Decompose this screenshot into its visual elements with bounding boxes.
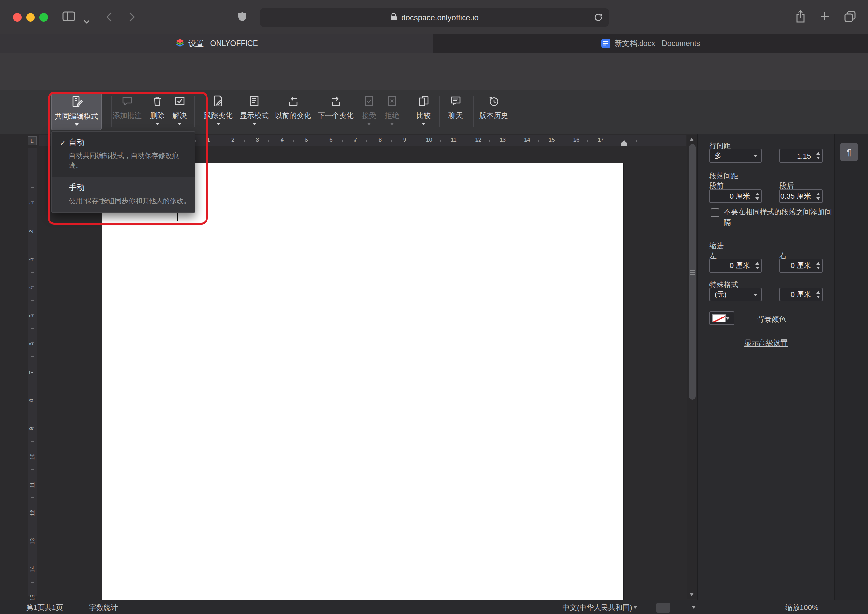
chat-button[interactable]: 聊天 — [449, 92, 463, 130]
spacing-after-input[interactable]: 0.35 厘米 — [779, 189, 823, 203]
browser-tab-document[interactable]: 新文档.docx - Documents — [433, 34, 868, 53]
background-color-picker[interactable] — [710, 311, 734, 325]
add-comment-button[interactable]: 添加批注 — [113, 92, 141, 130]
toolbar-separator — [408, 96, 408, 127]
version-history-button[interactable]: 版本历史 — [479, 92, 508, 130]
chevron-down-icon — [753, 154, 757, 157]
chat-icon — [449, 95, 462, 110]
spacing-before-input[interactable]: 0 厘米 — [710, 189, 762, 203]
resolve-icon — [173, 95, 186, 110]
status-bar: 第1页共1页 字数统计 中文(中华人民共和国) 缩放100% — [0, 600, 868, 614]
ruler-number: 2 — [28, 229, 34, 233]
track-changes-icon — [212, 95, 225, 110]
coediting-mode-button[interactable]: 共同编辑模式 — [51, 92, 102, 130]
paragraph-spacing-label: 段落间距 — [710, 171, 738, 181]
ruler-number: 12 — [475, 136, 481, 143]
previous-change-button[interactable]: 以前的变化 — [275, 92, 311, 130]
indent-left-input[interactable]: 0 厘米 — [710, 259, 762, 273]
stepper[interactable] — [814, 149, 822, 162]
indents-label: 缩进 — [710, 241, 724, 251]
refresh-icon[interactable] — [594, 13, 602, 23]
same-style-checkbox[interactable] — [711, 208, 719, 217]
version-history-icon — [487, 95, 500, 110]
privacy-shield-icon[interactable] — [237, 11, 247, 25]
stepper[interactable] — [753, 190, 761, 203]
close-window-button[interactable] — [13, 13, 21, 21]
accept-button[interactable]: 接受 — [362, 92, 376, 130]
special-format-select[interactable]: (无) — [710, 288, 762, 301]
stepper[interactable] — [814, 259, 822, 272]
dropdown-item-manual[interactable]: 手动 使用“保存”按钮同步你和其他人的修改。 — [52, 177, 195, 212]
display-mode-button[interactable]: 显示模式 — [240, 92, 269, 130]
line-spacing-select[interactable]: 多 — [710, 149, 762, 163]
browser-tab-settings[interactable]: 设置 - ONLYOFFICE — [0, 34, 433, 53]
same-style-checkbox-label[interactable]: 不要在相同样式的段落之间添加间隔 — [724, 206, 832, 227]
chevron-down-icon[interactable] — [692, 606, 696, 609]
share-icon[interactable] — [795, 10, 806, 26]
sidebar-icon[interactable] — [62, 11, 75, 24]
word-count-button[interactable]: 字数统计 — [89, 603, 118, 613]
ruler-number: 15 — [549, 136, 555, 143]
chevron-down-icon — [75, 123, 78, 126]
minimize-window-button[interactable] — [26, 13, 34, 21]
scroll-down-arrow[interactable] — [690, 593, 694, 596]
toolbar-separator — [112, 96, 112, 127]
advanced-settings-link[interactable]: 显示高级设置 — [697, 338, 835, 348]
language-selector[interactable]: 中文(中华人民共和国) — [562, 603, 632, 613]
ruler-number: 10 — [29, 454, 36, 460]
stepper[interactable] — [753, 259, 761, 272]
chevron-down-icon — [155, 122, 159, 125]
special-format-input[interactable]: 0 厘米 — [779, 288, 823, 301]
new-tab-icon[interactable] — [820, 12, 829, 23]
ruler-number: 2 — [231, 136, 234, 143]
delete-comments-button[interactable]: 删除 — [150, 92, 165, 130]
paragraph-settings-icon[interactable] — [840, 143, 857, 161]
zoom-label[interactable]: 缩放100% — [786, 603, 818, 613]
onlyoffice-favicon — [175, 38, 185, 49]
dropdown-item-auto[interactable]: 自动 自动共同编辑模式，自动保存修改痕迹。 — [52, 132, 195, 177]
tab-overview-icon[interactable] — [845, 11, 856, 24]
accept-icon — [363, 95, 376, 110]
next-change-button[interactable]: 下一个变化 — [318, 92, 354, 130]
tab-stop-selector[interactable]: L — [28, 136, 37, 146]
ruler-number: 9 — [28, 427, 34, 430]
toolbar-separator — [439, 96, 440, 127]
ruler-number: 14 — [524, 136, 530, 143]
indent-right-input[interactable]: 0 厘米 — [779, 259, 823, 273]
scroll-up-arrow[interactable] — [690, 138, 694, 141]
coedit-mode-icon — [70, 95, 83, 111]
paragraph-settings-panel: 行间距 多 1.15 段落间距 段前 段后 0 厘米 0.35 厘米 不要在相同… — [697, 134, 834, 600]
document-page[interactable] — [102, 163, 623, 600]
ruler-number: 17 — [598, 136, 604, 143]
ruler-number: 1 — [28, 202, 34, 205]
vertical-scrollbar[interactable] — [687, 135, 697, 599]
coediting-mode-dropdown: 自动 自动共同编辑模式，自动保存修改痕迹。 手动 使用“保存”按钮同步你和其他人… — [51, 131, 196, 213]
ruler-number: 14 — [29, 566, 36, 573]
stepper[interactable] — [814, 190, 822, 203]
spellcheck-toggle[interactable] — [656, 603, 670, 613]
ruler-number: 6 — [329, 136, 332, 143]
chevron-down-icon — [178, 122, 182, 125]
stepper[interactable] — [814, 288, 822, 301]
chevron-down-icon[interactable] — [83, 15, 90, 27]
page-indicator[interactable]: 第1页共1页 — [26, 603, 63, 613]
address-bar[interactable]: docspace.onlyoffice.io — [259, 8, 609, 27]
ruler-number: 15 — [29, 595, 36, 600]
ruler-number: 4 — [28, 286, 34, 289]
chevron-down-icon — [252, 122, 256, 125]
next-change-icon — [329, 95, 342, 110]
reject-button[interactable]: 拒绝 — [385, 92, 399, 130]
chevron-down-icon[interactable] — [633, 606, 637, 609]
ruler-number: 10 — [426, 136, 432, 143]
zoom-window-button[interactable] — [39, 13, 48, 21]
track-changes-button[interactable]: 跟踪变化 — [204, 92, 233, 130]
browser-tab-bar: 设置 - ONLYOFFICE 新文档.docx - Documents — [0, 34, 868, 53]
line-spacing-input[interactable]: 1.15 — [779, 149, 823, 163]
forward-button[interactable] — [129, 12, 137, 25]
vertical-ruler[interactable]: 123456789101112131415 — [28, 148, 37, 596]
scrollbar-thumb[interactable] — [689, 144, 695, 400]
compare-button[interactable]: 比较 — [416, 92, 431, 130]
back-button[interactable] — [105, 12, 113, 25]
ruler-number: 8 — [28, 399, 34, 402]
resolve-button[interactable]: 解决 — [172, 92, 187, 130]
